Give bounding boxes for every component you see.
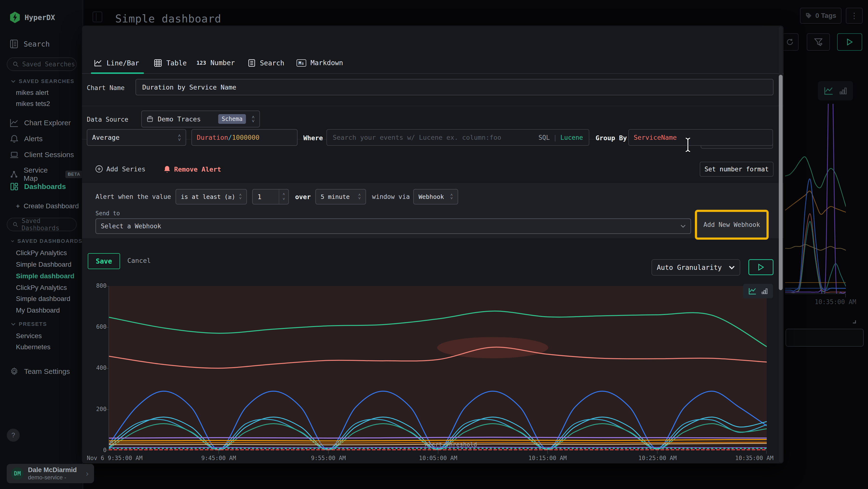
search-placeholder: Saved Dashboards (22, 217, 76, 232)
y-tick-label: 600 (92, 323, 106, 330)
run-query-button-background[interactable] (837, 33, 862, 51)
saved-searches-header[interactable]: SAVED SEARCHES (11, 78, 74, 84)
refresh-button[interactable] (781, 33, 799, 51)
bar-chart-icon (839, 86, 847, 95)
presets-header[interactable]: PRESETS (11, 321, 47, 327)
tag-icon (805, 12, 812, 19)
sidebar-item-team-settings[interactable]: Team Settings (10, 367, 70, 376)
alert-window-select[interactable]: 5 minute ˄˅ (315, 189, 366, 204)
sidebar-item-chart-explorer[interactable]: Chart Explorer (10, 118, 71, 127)
tab-markdown[interactable]: M↓ Markdown (297, 59, 343, 67)
chevron-down-icon (728, 265, 735, 269)
search-doc-icon (10, 39, 18, 49)
background-x-tick-label: 10:35:00 AM (803, 298, 868, 306)
send-to-label: Send to (95, 210, 120, 217)
sql-toggle[interactable]: SQL (538, 134, 550, 141)
sidebar-item-search[interactable]: Search (10, 39, 50, 49)
preset-item[interactable]: Services (16, 332, 42, 340)
kebab-icon: ⋮ (850, 11, 858, 20)
group-by-label: Group By (595, 134, 627, 142)
sidebar-item-service-map[interactable]: Service Map BETA (10, 166, 83, 182)
sidebar-collapse-button[interactable] (93, 11, 102, 22)
laptop-icon (10, 150, 19, 159)
background-chart-type-toggle[interactable] (818, 81, 853, 100)
hyperdx-logo-icon (10, 11, 20, 23)
cancel-button[interactable]: Cancel (127, 257, 151, 264)
add-series-button[interactable]: Add Series (95, 165, 146, 173)
saved-search-item[interactable]: mikes alert (16, 89, 49, 96)
dashboard-list-item[interactable]: ClickPy Analytics (16, 284, 67, 292)
tab-line-bar[interactable]: Line/Bar (94, 59, 139, 67)
x-tick-label: 9:45:00 AM (183, 455, 255, 461)
run-chart-button[interactable] (748, 259, 774, 275)
dashboard-list-item[interactable]: My Dashboard (16, 307, 60, 314)
service-map-icon (10, 170, 18, 179)
line-chart-icon (94, 59, 102, 67)
saved-dashboards-header[interactable]: SAVED DASHBOARDS (11, 238, 83, 244)
remove-alert-button[interactable]: Remove Alert (163, 165, 221, 173)
create-dashboard-button[interactable]: + Create Dashboard (16, 202, 79, 210)
alert-prefix-label: Alert when the value (95, 193, 171, 200)
chart-name-input[interactable] (135, 79, 774, 95)
preset-item[interactable]: Kubernetes (16, 343, 51, 351)
field-expression-input[interactable]: Duration/1000000 (191, 129, 298, 146)
save-button[interactable]: Save (88, 253, 120, 269)
line-chart-icon[interactable] (748, 287, 757, 295)
modal-scrollbar-thumb[interactable] (779, 75, 783, 290)
chevron-updown-icon: ˄˅ (239, 193, 242, 200)
filter-edit-icon (813, 37, 823, 47)
chevron-down-icon (11, 240, 14, 242)
dashboard-list-item[interactable]: Simple Dashboard (16, 261, 71, 268)
bar-chart-icon[interactable] (761, 287, 768, 295)
y-tick-label: 800 (92, 282, 106, 289)
markdown-icon: M↓ (297, 59, 306, 67)
dashboard-list-item[interactable]: Simple dashboard (16, 295, 70, 303)
saved-search-item[interactable]: mikes tets2 (16, 100, 50, 108)
group-by-input[interactable]: ServiceName (628, 129, 773, 146)
lucene-toggle[interactable]: Lucene (560, 134, 583, 141)
number-spinner[interactable]: ˄˅ (279, 190, 288, 204)
chevron-down-icon (11, 80, 16, 83)
dashboard-list-item-active[interactable]: Simple dashboard (16, 272, 74, 280)
chevron-right-icon: › (85, 469, 90, 479)
tab-search[interactable]: Search (248, 59, 284, 67)
data-source-select[interactable]: Demo Traces Schema ˄˅ (141, 111, 260, 127)
sidebar-item-dashboards[interactable]: Dashboards (10, 182, 66, 191)
granularity-select[interactable]: Auto Granularity (651, 259, 740, 276)
user-card[interactable]: DM Dale McDiarmid demo-service - › (7, 464, 94, 483)
tab-number[interactable]: 123 Number (196, 59, 235, 67)
database-icon (147, 115, 153, 123)
tags-button[interactable]: 0 Tags (800, 8, 841, 24)
panel-divider-glyph (96, 13, 96, 21)
dashboards-icon (10, 182, 19, 191)
webhook-select[interactable]: Select a Webhook (95, 219, 691, 234)
background-search-input[interactable] (785, 329, 864, 347)
filter-button[interactable] (807, 33, 830, 51)
query-language-toggle[interactable]: SQL | Lucene (538, 134, 583, 141)
dashboard-list-item[interactable]: ClickPy Analytics (16, 249, 67, 257)
aggregation-select[interactable]: Average ˄˅ (87, 129, 186, 146)
sidebar-item-client-sessions[interactable]: Client Sessions (10, 150, 74, 159)
chart-type-toggle[interactable] (743, 284, 773, 298)
alert-threshold-label: Alert Threshold (415, 441, 487, 448)
where-search-input[interactable]: Search your events w/ Lucene ex. column:… (327, 129, 589, 146)
app-logo[interactable]: HyperDX (10, 11, 55, 23)
alert-channel-select[interactable]: Webhook ˄˅ (413, 189, 458, 204)
alert-operator-select[interactable]: is at least (≥) ˄˅ (176, 189, 247, 204)
resize-handle-icon[interactable] (850, 318, 856, 323)
where-label: Where (303, 134, 323, 142)
alert-threshold-input[interactable]: 1 ˄˅ (252, 189, 289, 204)
add-new-webhook-button[interactable]: Add New Webhook (695, 210, 769, 240)
kebab-menu-button[interactable]: ⋮ (846, 8, 863, 24)
chevron-updown-icon: ˄˅ (358, 193, 361, 200)
user-subtitle: demo-service - (28, 474, 77, 481)
bell-icon (10, 134, 19, 143)
tab-table[interactable]: Table (154, 59, 187, 67)
saved-dashboards-search-input[interactable]: Saved Dashboards (7, 218, 77, 231)
set-number-format-button[interactable]: Set number format (700, 162, 774, 177)
duration-by-service-chart[interactable] (109, 286, 767, 450)
help-button[interactable]: ? (7, 429, 20, 442)
saved-searches-search-input[interactable]: Saved Searches (7, 57, 77, 71)
sidebar-item-alerts[interactable]: Alerts (10, 134, 43, 143)
tabs-divider (82, 74, 784, 74)
